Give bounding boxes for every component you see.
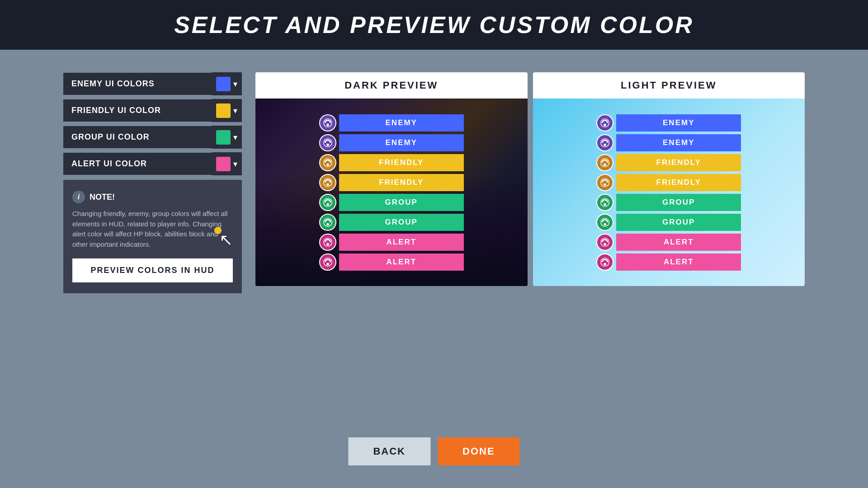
back-button[interactable]: BACK (348, 437, 430, 465)
bar-label-enemy-0: ENEMY (339, 114, 464, 131)
svg-point-13 (326, 243, 329, 245)
bar-label-alert-7: ALERT (616, 253, 741, 271)
bar-label-group-5: GROUP (339, 214, 464, 231)
header: SELECT AND PREVIEW CUSTOM COLOR (0, 0, 868, 50)
chevron-icon-group: ▾ (233, 132, 237, 142)
dark-color-bars: ENEMYENEMYFRIENDLYFRIENDLYGROUPGROUPALER… (319, 114, 464, 271)
bar-icon-alert-7 (319, 253, 336, 271)
main-content: ENEMY UI COLORS▾FRIENDLY UI COLOR▾GROUP … (0, 50, 868, 316)
dark-preview-body: ENEMYENEMYFRIENDLYFRIENDLYGROUPGROUPALER… (255, 99, 528, 286)
note-box: i NOTE! Changing friendly, enemy, group … (63, 180, 242, 293)
svg-point-31 (604, 263, 607, 265)
svg-point-3 (326, 143, 329, 146)
bar-icon-friendly-3 (596, 174, 613, 191)
bar-row-friendly-3: FRIENDLY (319, 174, 464, 191)
bar-row-alert-7: ALERT (596, 253, 741, 271)
bar-icon-group-4 (319, 194, 336, 211)
color-row-enemy: ENEMY UI COLORS▾ (63, 72, 242, 95)
bar-label-group-5: GROUP (616, 214, 741, 231)
svg-point-29 (604, 243, 607, 245)
bar-icon-group-5 (319, 214, 336, 231)
bar-row-alert-7: ALERT (319, 253, 464, 271)
bar-label-alert-6: ALERT (339, 234, 464, 251)
bar-icon-friendly-3 (319, 174, 336, 191)
bar-icon-friendly-2 (319, 154, 336, 171)
color-label-enemy: ENEMY UI COLORS (63, 73, 212, 95)
bar-row-friendly-2: FRIENDLY (319, 154, 464, 171)
bar-label-enemy-1: ENEMY (339, 134, 464, 151)
svg-point-23 (604, 183, 607, 186)
color-label-group: GROUP UI COLOR (63, 126, 212, 148)
color-picker-friendly[interactable]: ▾ (212, 99, 242, 122)
note-header: i NOTE! (72, 191, 233, 203)
svg-point-9 (326, 203, 329, 206)
color-picker-enemy[interactable]: ▾ (212, 72, 242, 95)
svg-point-1 (326, 123, 329, 126)
bottom-buttons: BACK DONE (348, 437, 519, 465)
info-icon: i (72, 191, 85, 203)
dark-preview-title: DARK PREVIEW (255, 72, 528, 99)
bar-icon-alert-7 (596, 253, 613, 271)
svg-point-17 (604, 123, 607, 126)
preview-colors-button[interactable]: PREVIEW COLORS IN HUD (72, 258, 233, 282)
bar-row-group-5: GROUP (319, 214, 464, 231)
left-panel: ENEMY UI COLORS▾FRIENDLY UI COLOR▾GROUP … (63, 72, 242, 293)
color-row-friendly: FRIENDLY UI COLOR▾ (63, 99, 242, 122)
bar-row-group-4: GROUP (596, 194, 741, 211)
svg-point-7 (326, 183, 329, 186)
bar-icon-group-5 (596, 214, 613, 231)
bar-icon-group-4 (596, 194, 613, 211)
color-swatch-friendly (216, 103, 231, 118)
bar-row-alert-6: ALERT (319, 234, 464, 251)
color-picker-alert[interactable]: ▾ (212, 152, 242, 175)
note-text: Changing friendly, enemy, group colors w… (72, 209, 233, 249)
color-swatch-alert (216, 157, 231, 171)
color-row-alert: ALERT UI COLOR▾ (63, 152, 242, 175)
color-label-friendly: FRIENDLY UI COLOR (63, 99, 212, 122)
bar-label-group-4: GROUP (339, 194, 464, 211)
bar-row-enemy-1: ENEMY (596, 134, 741, 151)
bar-row-friendly-2: FRIENDLY (596, 154, 741, 171)
bar-label-alert-7: ALERT (339, 253, 464, 271)
color-rows-container: ENEMY UI COLORS▾FRIENDLY UI COLOR▾GROUP … (63, 72, 242, 175)
bar-label-friendly-3: FRIENDLY (339, 174, 464, 191)
chevron-icon-alert: ▾ (233, 159, 237, 169)
bar-row-enemy-0: ENEMY (596, 114, 741, 131)
bar-label-enemy-1: ENEMY (616, 134, 741, 151)
note-title: NOTE! (90, 192, 115, 202)
svg-point-25 (604, 203, 607, 206)
chevron-icon-enemy: ▾ (233, 79, 237, 89)
color-swatch-group (216, 130, 231, 145)
svg-point-21 (604, 163, 607, 166)
color-picker-group[interactable]: ▾ (212, 126, 242, 149)
light-color-bars: ENEMYENEMYFRIENDLYFRIENDLYGROUPGROUPALER… (596, 114, 741, 271)
svg-point-15 (326, 263, 329, 265)
svg-point-27 (604, 223, 607, 225)
light-preview-title: LIGHT PREVIEW (533, 72, 805, 99)
preview-panels: DARK PREVIEW ENEMYENEMYFRIENDLYFRIENDLYG… (255, 72, 805, 286)
bar-row-enemy-0: ENEMY (319, 114, 464, 131)
bar-label-friendly-3: FRIENDLY (616, 174, 741, 191)
chevron-icon-friendly: ▾ (233, 106, 237, 116)
bar-row-alert-6: ALERT (596, 234, 741, 251)
bar-row-group-5: GROUP (596, 214, 741, 231)
bar-label-alert-6: ALERT (616, 234, 741, 251)
done-button[interactable]: DONE (438, 437, 520, 465)
light-preview-body: ENEMYENEMYFRIENDLYFRIENDLYGROUPGROUPALER… (533, 99, 805, 286)
bar-icon-alert-6 (319, 234, 336, 251)
color-row-group: GROUP UI COLOR▾ (63, 126, 242, 149)
bar-icon-enemy-0 (596, 114, 613, 131)
svg-point-11 (326, 223, 329, 225)
bar-row-friendly-3: FRIENDLY (596, 174, 741, 191)
bar-label-friendly-2: FRIENDLY (339, 154, 464, 171)
color-swatch-enemy (216, 77, 231, 91)
bar-label-friendly-2: FRIENDLY (616, 154, 741, 171)
bar-row-group-4: GROUP (319, 194, 464, 211)
color-label-alert: ALERT UI COLOR (63, 153, 212, 175)
bar-label-enemy-0: ENEMY (616, 114, 741, 131)
bar-row-enemy-1: ENEMY (319, 134, 464, 151)
light-preview-panel: LIGHT PREVIEW ENEMYENEMYFRIENDLYFRIENDLY… (533, 72, 805, 286)
bar-icon-enemy-1 (319, 134, 336, 151)
bar-icon-alert-6 (596, 234, 613, 251)
bar-icon-enemy-0 (319, 114, 336, 131)
